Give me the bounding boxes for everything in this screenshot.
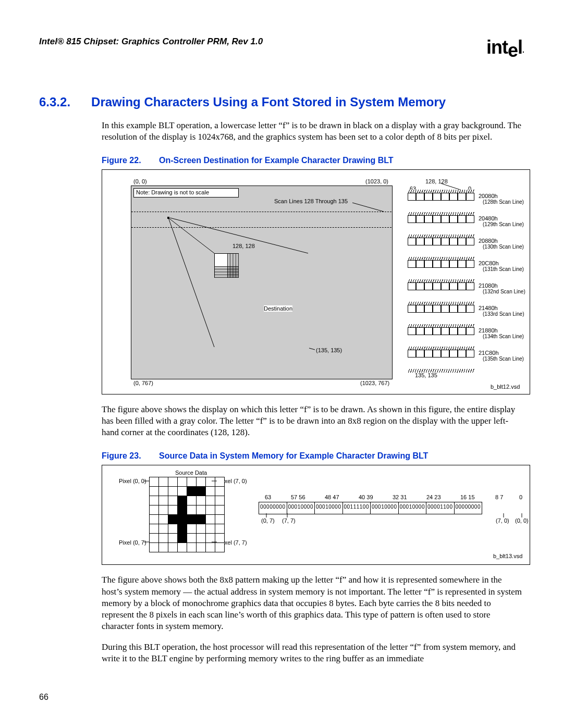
- scanline-6: (134th Scan Line): [483, 334, 524, 339]
- coord-0-767: (0, 767): [133, 380, 153, 386]
- doc-title: Intel® 815 Chipset: Graphics Controller …: [39, 36, 263, 47]
- figure-23-title: Source Data in System Memory for Example…: [159, 451, 428, 460]
- bit-8-7: 8 7: [495, 494, 503, 500]
- right-135-135: 135, 135: [415, 372, 437, 378]
- addr-3: 20C80h: [479, 260, 499, 266]
- figure-22: (0, 0) (1023, 0) (0, 767) (1023, 767) No…: [102, 169, 530, 394]
- scanline-2: (130th Scan Line): [483, 244, 524, 250]
- svg-line-2: [170, 218, 308, 253]
- addr-7: 21C80h: [479, 350, 499, 356]
- figure-23-number: Figure 23.: [102, 451, 141, 460]
- para-2: The figure above shows the display on wh…: [102, 404, 524, 438]
- figure-22-number: Figure 22.: [102, 156, 141, 165]
- source-data-label: Source Data: [175, 470, 207, 476]
- section-title: Drawing Characters Using a Font Stored i…: [91, 95, 446, 109]
- addr-4: 21080h: [479, 282, 498, 289]
- coord-1023-767: (1023, 767): [360, 380, 389, 386]
- figure-23-vsd: b_blt13.vsd: [493, 553, 522, 559]
- scanline-4: (132nd Scan Line): [483, 289, 525, 294]
- figure-22-vsd: b_blt12.vsd: [491, 384, 520, 390]
- pixel-0-7: Pixel (0, 7): [119, 539, 146, 546]
- addr-2: 20880h: [479, 238, 498, 244]
- bit-16-15: 16 15: [460, 494, 475, 500]
- scanline-5: (133rd Scan Line): [483, 311, 524, 317]
- intel-logo: intel.: [486, 36, 524, 58]
- figure-22-title: On-Screen Destination for Example Charac…: [159, 156, 394, 165]
- bit-48-47: 48 47: [325, 494, 339, 500]
- bit-0: 0: [519, 494, 522, 500]
- bit-40-39: 40 39: [359, 494, 373, 500]
- under-0-7: (0, 7): [261, 517, 275, 524]
- bit-32-31: 32 31: [393, 494, 407, 500]
- svg-line-3: [352, 203, 384, 212]
- scanline-3: (131th Scan Line): [483, 266, 524, 272]
- svg-line-1: [168, 218, 214, 347]
- svg-line-4: [309, 348, 315, 350]
- bit-24-23: 24 23: [426, 494, 441, 500]
- pixel-0-0: Pixel (0, 0): [119, 478, 146, 484]
- para-4: During this BLT operation, the host proc…: [102, 641, 524, 664]
- under-0-0: (0, 0): [515, 517, 529, 524]
- addr-0: 20080h: [479, 193, 498, 199]
- page-number: 66: [39, 693, 48, 702]
- figure-23: Source Data Pixel (0, 0) Pixel (7, 0) Pi…: [102, 465, 530, 565]
- scanline-1: (129th Scan Line): [483, 221, 524, 227]
- addr-1: 20480h: [479, 215, 498, 221]
- scanline-0: (128th Scan Line): [483, 199, 524, 205]
- intro-paragraph: In this example BLT operation, a lowerca…: [102, 120, 524, 143]
- bit-strip: 00000000 00010000 00010000 00111100 0001…: [259, 502, 482, 514]
- para-3: The figure above shows both the 8x8 patt…: [102, 574, 524, 632]
- scanline-7: (135th Scan Line): [483, 356, 524, 362]
- addr-6: 21880h: [479, 327, 498, 334]
- section-number: 6.3.2.: [39, 95, 70, 109]
- addr-5: 21480h: [479, 305, 498, 311]
- bit-63: 63: [265, 494, 271, 500]
- bit-57-56: 57 56: [291, 494, 305, 500]
- under-7-0: (7, 0): [496, 517, 509, 524]
- under-7-7: (7, 7): [282, 517, 296, 524]
